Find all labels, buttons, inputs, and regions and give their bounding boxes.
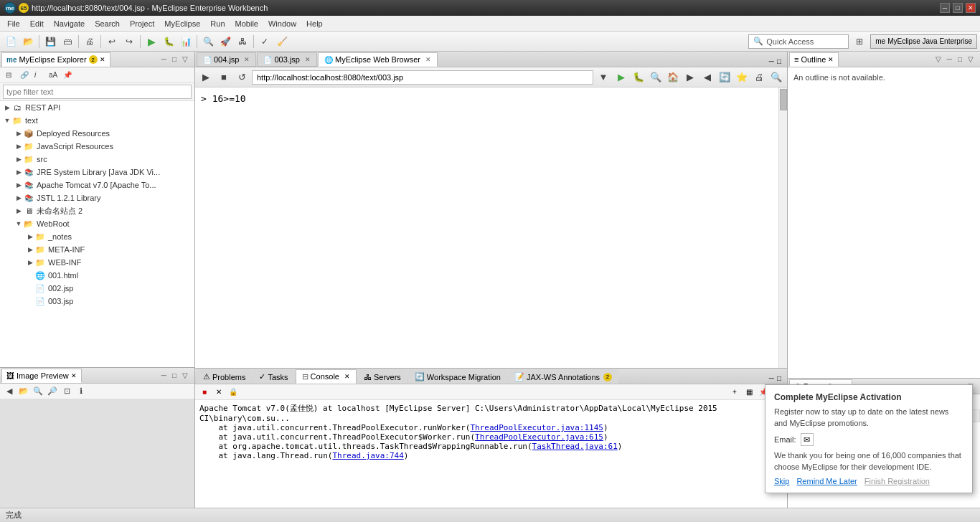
outline-tab[interactable]: ≡ Outline ✕ — [789, 52, 839, 67]
console-link-1[interactable]: ThreadPoolExecutor.java:1145 — [471, 423, 603, 432]
explorer-tab-close[interactable]: ✕ — [100, 56, 105, 63]
tree-item-webinf[interactable]: ▶ 📁 WEB-INF — [0, 256, 194, 269]
explorer-menu-btn[interactable]: ▽ — [180, 54, 190, 64]
browser-fwd-btn[interactable]: ▶ — [682, 70, 698, 85]
browser-refresh-btn[interactable]: ↺ — [234, 70, 250, 85]
menu-mobile[interactable]: Mobile — [231, 18, 263, 29]
minimize-button[interactable]: ─ — [940, 3, 950, 13]
scroll-thumb[interactable] — [780, 89, 787, 110]
browser-home-btn[interactable]: 🏠 — [665, 70, 681, 85]
quick-access-box[interactable]: 🔍 Quick Access — [748, 34, 849, 49]
perspective-button[interactable]: me MyEclipse Java Enterprise — [870, 34, 977, 49]
console-new[interactable]: + — [728, 386, 741, 399]
ip-prev-btn[interactable]: ◀ — [3, 385, 16, 398]
console-display[interactable]: ▦ — [743, 386, 755, 399]
tree-item-text[interactable]: ▼ 📁 text — [0, 114, 194, 127]
explorer-search-input[interactable] — [3, 85, 192, 99]
tree-item-deployed[interactable]: ▶ 📦 Deployed Resources — [0, 127, 194, 140]
outline-tab-close[interactable]: ✕ — [828, 56, 834, 63]
browser-stop-btn[interactable]: ■ — [216, 70, 232, 85]
browser-url-input[interactable] — [252, 70, 593, 85]
toolbar-open[interactable]: 📂 — [20, 34, 36, 49]
maximize-button[interactable]: □ — [953, 3, 963, 13]
toolbar-save-all[interactable]: 🗃 — [60, 34, 75, 49]
window-controls[interactable]: ─ □ ✕ — [940, 3, 976, 13]
menu-file[interactable]: File — [3, 18, 24, 29]
explorer-minimize-btn[interactable]: ─ — [159, 54, 169, 64]
tab-browser[interactable]: 🌐 MyEclipse Web Browser ✕ — [318, 52, 438, 67]
image-preview-close[interactable]: ✕ — [71, 372, 77, 379]
toolbar-debug[interactable]: 🐛 — [161, 34, 176, 49]
bottom-min-btn[interactable]: ─ — [768, 373, 776, 384]
tree-item-webroot[interactable]: ▼ 📂 WebRoot — [0, 217, 194, 230]
ip-maximize[interactable]: □ — [170, 371, 179, 380]
tree-item-jre[interactable]: ▶ 📚 JRE System Library [Java JDK Vi... — [0, 166, 194, 179]
tree-item-notes[interactable]: ▶ 📁 _notes — [0, 230, 194, 243]
explorer-pin[interactable]: 📌 — [60, 69, 73, 82]
outline-menu[interactable]: ▽ — [966, 54, 976, 64]
tree-item-restapi[interactable]: ▶ 🗂 REST API — [0, 101, 194, 114]
browser-back-btn[interactable]: ▶ — [198, 70, 214, 85]
ip-fit-btn[interactable]: ⊡ — [60, 385, 73, 398]
editor-vscroll[interactable] — [778, 87, 787, 368]
outline-maximize[interactable]: □ — [956, 54, 964, 64]
explorer-maximize-btn[interactable]: □ — [170, 54, 179, 64]
browser-zoom-btn[interactable]: 🔍 — [768, 70, 784, 85]
tree-item-tomcat[interactable]: ▶ 📚 Apache Tomcat v7.0 [Apache To... — [0, 179, 194, 191]
popup-skip-link[interactable]: Skip — [774, 477, 789, 485]
popup-finish-link[interactable]: Finish Registration — [864, 477, 930, 485]
perspective-toggle[interactable]: ⊞ — [852, 34, 867, 49]
close-button[interactable]: ✕ — [966, 3, 976, 13]
explorer-aa[interactable]: aA — [46, 69, 59, 82]
browser-print-btn[interactable]: 🖨 — [751, 70, 767, 85]
editor-max-btn[interactable]: □ — [776, 56, 783, 67]
tree-item-001html[interactable]: ▶ 🌐 001.html — [0, 269, 194, 282]
menu-run[interactable]: Run — [206, 18, 229, 29]
tree-item-site2[interactable]: ▶ 🖥 未命名站点 2 — [0, 204, 194, 217]
toolbar-server[interactable]: 🖧 — [235, 34, 250, 49]
ip-open-btn[interactable]: 📂 — [17, 385, 30, 398]
browser-debug-btn[interactable]: 🐛 — [631, 70, 646, 85]
ip-minimize[interactable]: ─ — [159, 371, 169, 380]
menu-help[interactable]: Help — [302, 18, 327, 29]
toolbar-validate[interactable]: ✓ — [257, 34, 273, 49]
browser-sync-btn[interactable]: 🔄 — [717, 70, 732, 85]
menu-myeclipse[interactable]: MyEclipse — [160, 18, 204, 29]
console-link-4[interactable]: Thread.java:744 — [332, 451, 403, 460]
tab-004jsp[interactable]: 📄 004.jsp ✕ — [197, 52, 256, 67]
browser-back-btn2[interactable]: ◀ — [699, 70, 715, 85]
menu-project[interactable]: Project — [126, 18, 159, 29]
ip-zoom-out-btn[interactable]: 🔎 — [46, 385, 59, 398]
console-scroll-lock[interactable]: 🔒 — [227, 386, 240, 399]
tab-problems[interactable]: ⚠ Problems — [197, 369, 252, 384]
outline-minimize[interactable]: ─ — [945, 54, 954, 64]
tree-item-metainf[interactable]: ▶ 📁 META-INF — [0, 243, 194, 256]
console-link-3[interactable]: TaskThread.java:61 — [532, 442, 618, 451]
tree-item-src[interactable]: ▶ 📁 src — [0, 153, 194, 166]
toolbar-search[interactable]: 🔍 — [200, 34, 216, 49]
tab-003jsp[interactable]: 📄 003.jsp ✕ — [257, 52, 316, 67]
editor-min-btn[interactable]: ─ — [768, 56, 776, 67]
popup-remind-link[interactable]: Remind Me Later — [796, 477, 857, 485]
toolbar-print[interactable]: 🖨 — [82, 34, 98, 49]
tab-servers[interactable]: 🖧 Servers — [357, 369, 407, 384]
ip-zoom-in-btn[interactable]: 🔍 — [32, 385, 44, 398]
tab-console[interactable]: ⊟ Console ✕ — [296, 369, 357, 384]
tab-jaxws[interactable]: 📝 JAX-WS Annotations 2 — [508, 369, 618, 384]
console-stop[interactable]: ■ — [198, 386, 211, 399]
tab-close-browser[interactable]: ✕ — [425, 56, 431, 63]
browser-inspect-btn[interactable]: 🔍 — [648, 70, 664, 85]
explorer-link-editor[interactable]: 🔗 — [17, 69, 30, 82]
explorer-collapse-all[interactable]: ⊟ — [3, 69, 16, 82]
toolbar-deploy[interactable]: 🚀 — [217, 34, 233, 49]
console-link-2[interactable]: ThreadPoolExecutor.java:615 — [475, 432, 603, 442]
menu-navigate[interactable]: Navigate — [50, 18, 89, 29]
ip-menu[interactable]: ▽ — [180, 371, 190, 380]
tree-item-003jsp[interactable]: ▶ 📄 003.jsp — [0, 295, 194, 308]
tree-item-jstl[interactable]: ▶ 📚 JSTL 1.2.1 Library — [0, 191, 194, 204]
tab-close-004[interactable]: ✕ — [244, 56, 250, 63]
console-close[interactable]: ✕ — [344, 373, 350, 380]
image-preview-tab[interactable]: 🖼 Image Preview ✕ — [1, 369, 82, 383]
explorer-italic[interactable]: i — [32, 69, 44, 82]
tab-close-003[interactable]: ✕ — [305, 56, 311, 63]
